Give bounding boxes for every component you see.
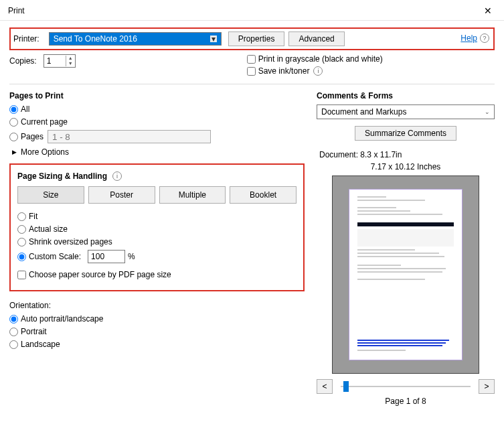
radio-orient-landscape-input[interactable] xyxy=(9,340,18,349)
pages-range-input[interactable] xyxy=(48,130,211,143)
help-link[interactable]: Help xyxy=(460,33,477,43)
window-title: Print xyxy=(8,6,25,15)
radio-all[interactable]: All xyxy=(9,104,305,114)
radio-orient-portrait[interactable]: Portrait xyxy=(9,327,305,336)
radio-fit-label: Fit xyxy=(29,212,37,221)
radio-pages[interactable]: Pages xyxy=(9,130,305,143)
radio-orient-auto-label: Auto portrait/landscape xyxy=(21,314,103,324)
properties-button[interactable]: Properties xyxy=(228,31,285,46)
sizing-info-icon[interactable]: i xyxy=(112,171,122,181)
saveink-info-icon[interactable]: i xyxy=(313,66,323,76)
printer-select[interactable]: Send To OneNote 2016 ▾ xyxy=(49,32,222,46)
radio-orient-portrait-input[interactable] xyxy=(9,328,18,336)
titlebar: Print ✕ xyxy=(0,0,504,21)
comments-dropdown[interactable]: Document and Markups ⌄ xyxy=(317,104,495,119)
radio-shrink-label: Shrink oversized pages xyxy=(29,237,112,246)
tab-multiple[interactable]: Multiple xyxy=(159,186,226,204)
printer-label: Printer: xyxy=(13,34,39,44)
help-info-icon[interactable]: ? xyxy=(480,33,489,43)
saveink-checkbox-row[interactable]: Save ink/toner i xyxy=(247,66,383,76)
more-options-label: More Options xyxy=(21,147,69,157)
percent-label: % xyxy=(128,252,135,261)
next-page-button[interactable]: > xyxy=(479,379,495,394)
pages-to-print-title: Pages to Print xyxy=(9,91,305,100)
close-icon[interactable]: ✕ xyxy=(479,4,497,17)
spinner-down-icon[interactable]: ▼ xyxy=(66,61,75,66)
advanced-button[interactable]: Advanced xyxy=(288,31,344,46)
comments-selected: Document and Markups xyxy=(321,107,406,117)
preview-page xyxy=(349,189,463,360)
radio-orient-portrait-label: Portrait xyxy=(21,327,47,336)
radio-orient-landscape[interactable]: Landscape xyxy=(9,340,305,349)
radio-actual-label: Actual size xyxy=(29,224,68,234)
copies-spinner[interactable]: ▲ ▼ xyxy=(44,54,76,68)
grayscale-label: Print in grayscale (black and white) xyxy=(258,54,383,64)
chevron-down-icon: ▾ xyxy=(210,36,217,42)
saveink-label: Save ink/toner xyxy=(258,66,310,76)
tab-booklet[interactable]: Booklet xyxy=(230,186,297,204)
radio-custom-label: Custom Scale: xyxy=(29,252,81,261)
page-slider[interactable] xyxy=(341,382,471,391)
radio-orient-auto[interactable]: Auto portrait/landscape xyxy=(9,314,305,324)
slider-thumb[interactable] xyxy=(343,381,349,392)
copies-label: Copies: xyxy=(9,56,37,66)
grayscale-checkbox[interactable] xyxy=(247,55,256,64)
page-indicator: Page 1 of 8 xyxy=(317,397,495,406)
radio-fit-input[interactable] xyxy=(17,212,26,221)
radio-shrink[interactable]: Shrink oversized pages xyxy=(17,237,297,246)
paper-source-checkbox[interactable] xyxy=(17,271,26,279)
tab-poster[interactable]: Poster xyxy=(88,186,155,204)
prev-page-button[interactable]: < xyxy=(317,379,333,394)
chevron-down-icon: ⌄ xyxy=(485,109,490,115)
preview-box xyxy=(332,175,479,374)
radio-fit[interactable]: Fit xyxy=(17,212,297,221)
radio-shrink-input[interactable] xyxy=(17,238,26,246)
document-dimensions: Document: 8.3 x 11.7in xyxy=(319,150,495,159)
copies-row: Copies: ▲ ▼ xyxy=(9,54,76,68)
triangle-right-icon: ▶ xyxy=(12,149,17,155)
paper-source-label: Choose paper source by PDF page size xyxy=(29,270,171,279)
copies-input[interactable] xyxy=(44,55,66,67)
printer-row-highlight: Printer: Send To OneNote 2016 ▾ Properti… xyxy=(9,27,495,50)
radio-orient-auto-input[interactable] xyxy=(9,315,18,324)
radio-custom-scale[interactable]: Custom Scale: % xyxy=(17,250,297,263)
grayscale-checkbox-row[interactable]: Print in grayscale (black and white) xyxy=(247,54,383,64)
more-options-toggle[interactable]: ▶ More Options xyxy=(12,147,305,157)
page-inches: 7.17 x 10.12 Inches xyxy=(317,162,495,171)
radio-pages-label: Pages xyxy=(21,132,44,141)
radio-actual-input[interactable] xyxy=(17,225,26,234)
sizing-box-highlight: Page Sizing & Handling i Size Poster Mul… xyxy=(9,163,305,291)
sizing-title: Page Sizing & Handling xyxy=(17,171,107,181)
radio-actual[interactable]: Actual size xyxy=(17,224,297,234)
help-block: Help ? xyxy=(460,33,489,43)
custom-scale-input[interactable] xyxy=(88,250,125,263)
radio-custom-input[interactable] xyxy=(17,253,26,261)
radio-orient-landscape-label: Landscape xyxy=(21,340,60,349)
spinner-up-icon[interactable]: ▲ xyxy=(66,56,75,61)
radio-current-label: Current page xyxy=(21,117,68,127)
radio-all-input[interactable] xyxy=(9,105,18,114)
summarize-comments-button[interactable]: Summarize Comments xyxy=(355,126,456,141)
paper-source-row[interactable]: Choose paper source by PDF page size xyxy=(17,270,297,279)
radio-current[interactable]: Current page xyxy=(9,117,305,127)
page-pager: < > xyxy=(317,379,495,394)
comments-title: Comments & Forms xyxy=(317,91,495,100)
radio-pages-input[interactable] xyxy=(9,133,18,141)
saveink-checkbox[interactable] xyxy=(247,67,256,76)
tab-size[interactable]: Size xyxy=(17,186,84,204)
radio-current-input[interactable] xyxy=(9,118,18,127)
printer-selected-value: Send To OneNote 2016 xyxy=(54,34,137,44)
radio-all-label: All xyxy=(21,104,29,114)
orientation-title: Orientation: xyxy=(9,301,305,310)
